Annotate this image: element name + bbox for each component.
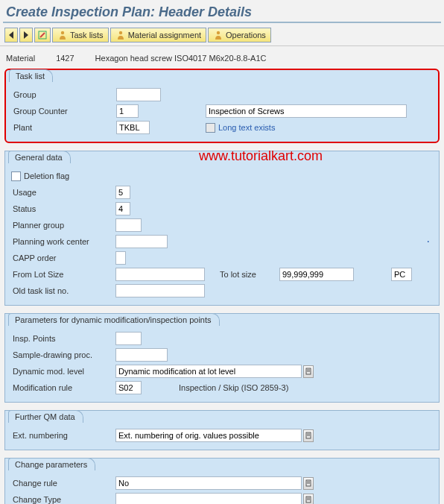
svg-point-4 (61, 31, 64, 34)
status-input[interactable] (115, 202, 130, 215)
group-label: Group (12, 90, 116, 99)
old-tl-label: Old task list no. (11, 286, 115, 295)
dropdown-icon[interactable] (303, 477, 314, 490)
svg-marker-1 (24, 31, 28, 39)
planner-group-input[interactable] (115, 218, 142, 232)
svg-line-3 (40, 33, 45, 37)
change-section: Change parameters Change rule Change Typ… (4, 458, 440, 504)
task-lists-label: Task lists (70, 31, 104, 40)
back-icon (8, 31, 14, 39)
dyn-level-input[interactable] (115, 365, 302, 378)
old-tl-input[interactable] (115, 284, 205, 297)
sample-input[interactable] (115, 348, 168, 362)
watermark-text: www.tutorialkart.com (199, 148, 323, 164)
dyn-level-label: Dynamic mod. level (11, 367, 115, 376)
planner-group-label: Planner group (11, 221, 115, 230)
usage-input[interactable] (115, 186, 130, 199)
status-label: Status (11, 204, 115, 213)
general-title: General data (8, 151, 71, 163)
material-line: Material 1427 Hexagon head screw ISO4017… (0, 54, 444, 67)
general-section: General data www.tutorialkart.com Deleti… (4, 151, 440, 306)
svg-point-5 (118, 31, 121, 34)
capp-input[interactable] (115, 251, 126, 265)
deletion-flag-checkbox[interactable] (11, 171, 21, 181)
qm-section: Further QM data Ext. numbering (4, 410, 440, 450)
change-title: Change parameters (8, 458, 95, 470)
material-assignment-label: Material assignment (128, 31, 201, 40)
change-type-label: Change Type (11, 495, 115, 504)
from-lot-label: From Lot Size (11, 270, 115, 279)
forward-icon (23, 31, 29, 39)
group-counter-label: Group Counter (12, 107, 116, 116)
insp-points-input[interactable] (115, 332, 142, 345)
to-lot-input[interactable] (279, 268, 354, 281)
edit-button[interactable] (34, 28, 51, 42)
plant-label: Plant (12, 123, 116, 132)
change-rule-label: Change rule (11, 479, 115, 488)
to-lot-label: To lot size (220, 270, 279, 279)
long-text-label: Long text exists (218, 123, 275, 132)
page-title: Create Inspection Plan: Header Details (0, 0, 444, 22)
task-lists-button[interactable]: Task lists (52, 28, 109, 42)
dropdown-icon[interactable] (303, 365, 314, 378)
dynmod-title: Parameters for dynamic modification/insp… (8, 313, 220, 326)
person-icon (115, 30, 126, 40)
ext-num-label: Ext. numbering (11, 431, 115, 440)
forward-button[interactable] (19, 28, 33, 42)
from-lot-input[interactable] (115, 268, 205, 281)
group-counter-input[interactable] (116, 104, 139, 118)
toolbar-underline (0, 45, 444, 46)
mod-rule-label: Modification rule (11, 383, 115, 392)
mod-rule-input[interactable] (115, 381, 142, 394)
dropdown-icon[interactable] (303, 494, 314, 505)
change-rule-input[interactable] (115, 476, 302, 490)
task-list-title: Task list (9, 69, 53, 82)
deletion-flag-label: Deletion flag (24, 171, 69, 180)
person-icon (213, 30, 223, 40)
task-list-section: Task list Group Group Counter Plant Long… (4, 69, 440, 143)
qm-title: Further QM data (8, 410, 83, 423)
material-label: Material (6, 54, 35, 63)
toolbar: Task lists Material assignment Operation… (0, 26, 444, 44)
material-assignment-button[interactable]: Material assignment (110, 28, 206, 42)
plant-input[interactable] (116, 121, 150, 134)
capp-label: CAPP order (11, 253, 115, 262)
operations-button[interactable]: Operations (208, 28, 271, 42)
person-icon (57, 30, 68, 40)
unit-input[interactable] (391, 268, 412, 281)
insp-points-label: Insp. Points (11, 334, 115, 343)
long-text-checkbox[interactable] (206, 123, 215, 133)
operations-label: Operations (226, 31, 266, 40)
dot-icon: · (427, 235, 430, 248)
ext-num-input[interactable] (115, 429, 302, 442)
edit-icon (38, 31, 47, 40)
sample-label: Sample-drawing proc. (11, 350, 115, 359)
change-type-input[interactable] (115, 493, 302, 504)
title-underline (3, 22, 441, 23)
svg-marker-0 (9, 31, 13, 39)
dynmod-section: Parameters for dynamic modification/insp… (4, 313, 440, 403)
planning-wc-input[interactable] (115, 235, 168, 248)
planning-wc-label: Planning work center (11, 237, 115, 246)
group-input[interactable] (116, 88, 161, 101)
mod-rule-desc: Inspection / Skip (ISO 2859-3) (179, 383, 288, 392)
back-button[interactable] (4, 28, 18, 42)
svg-point-6 (217, 31, 220, 34)
usage-label: Usage (11, 188, 115, 197)
dropdown-icon[interactable] (303, 429, 314, 442)
group-counter-desc-input[interactable] (206, 104, 407, 118)
material-number: 1427 (56, 54, 74, 63)
material-desc: Hexagon head screw ISO4017 M6x20-8.8-A1C (95, 54, 267, 63)
